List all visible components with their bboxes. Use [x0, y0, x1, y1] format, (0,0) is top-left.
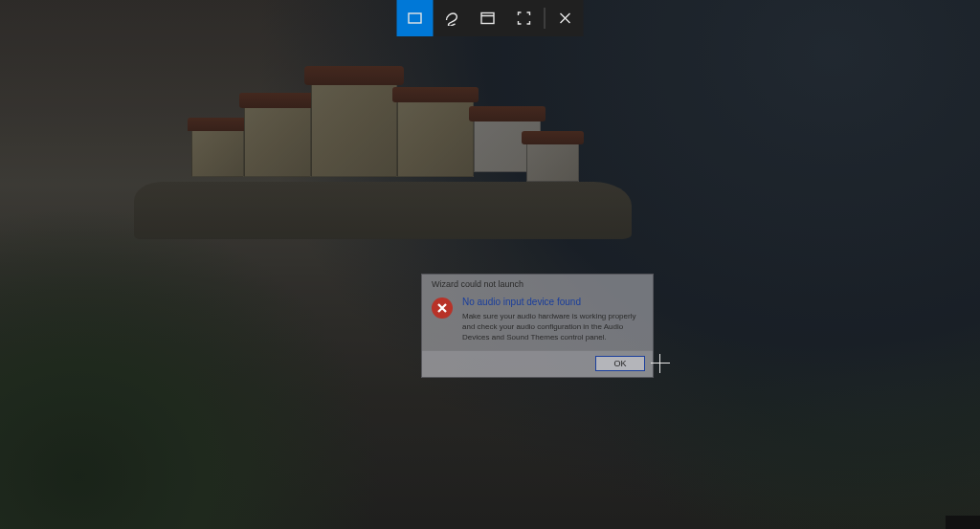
dialog-title: Wizard could not launch — [422, 275, 653, 295]
dialog-text: Make sure your audio hardware is working… — [462, 312, 643, 342]
rectangle-icon — [408, 11, 423, 26]
fullscreen-snip-button[interactable] — [506, 0, 543, 36]
snip-toolbar — [397, 0, 584, 36]
dialog-heading: No audio input device found — [462, 297, 643, 307]
error-icon — [432, 298, 453, 319]
close-icon — [558, 11, 573, 26]
taskbar-corner — [946, 516, 980, 529]
snip-dim-overlay — [0, 0, 980, 529]
dialog-footer: OK — [422, 350, 653, 377]
svg-rect-0 — [409, 13, 421, 23]
ok-button[interactable]: OK — [595, 356, 645, 371]
toolbar-separator — [545, 8, 546, 29]
rectangular-snip-button[interactable] — [397, 0, 434, 36]
fullscreen-icon — [517, 11, 532, 26]
close-snip-button[interactable] — [547, 0, 584, 36]
window-icon — [480, 11, 496, 26]
error-dialog: Wizard could not launch No audio input d… — [421, 274, 654, 378]
svg-rect-1 — [481, 13, 494, 24]
dialog-body: No audio input device found Make sure yo… — [422, 295, 653, 350]
freeform-icon — [444, 11, 459, 26]
freeform-snip-button[interactable] — [434, 0, 470, 36]
window-snip-button[interactable] — [470, 0, 506, 36]
